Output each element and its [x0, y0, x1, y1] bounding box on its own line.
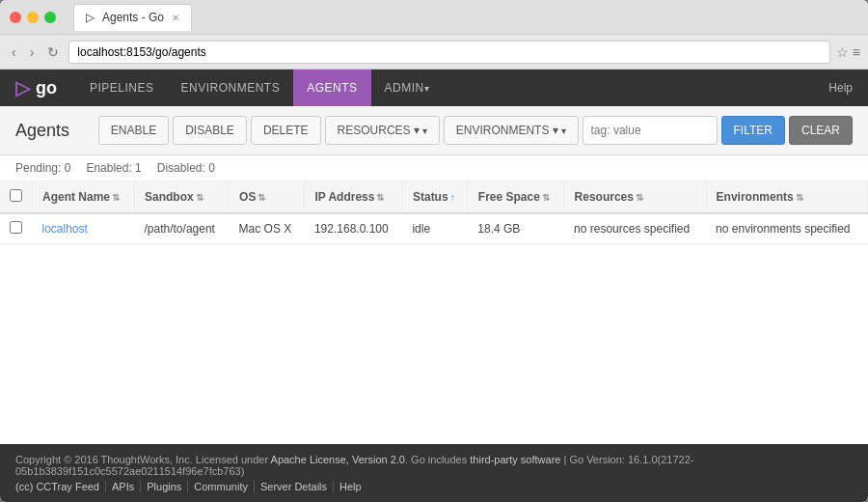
- agents-table-container: Agent Name⇅ Sandbox⇅ OS⇅ IP Address⇅ Sta: [0, 181, 868, 444]
- back-button[interactable]: ‹: [8, 42, 20, 62]
- nav-item-environments[interactable]: ENVIRONMENTS: [168, 70, 294, 106]
- col-free-space[interactable]: Free Space⇅: [468, 181, 564, 213]
- agent-name-link[interactable]: localhost: [42, 222, 88, 236]
- cell-os: Mac OS X: [230, 213, 305, 244]
- license-link[interactable]: Apache License, Version 2.0: [271, 454, 405, 465]
- close-button[interactable]: [10, 12, 21, 23]
- table-header-row: Agent Name⇅ Sandbox⇅ OS⇅ IP Address⇅ Sta: [0, 181, 868, 213]
- footer-links: (cc) CCTray FeedAPIsPluginsCommunityServ…: [15, 481, 853, 492]
- nav-items: PIPELINES ENVIRONMENTS AGENTS ADMIN: [76, 70, 828, 106]
- fullscreen-button[interactable]: [44, 12, 56, 23]
- reload-button[interactable]: ↻: [43, 42, 63, 62]
- agents-table: Agent Name⇅ Sandbox⇅ OS⇅ IP Address⇅ Sta: [0, 181, 868, 244]
- col-os[interactable]: OS⇅: [230, 181, 305, 213]
- nav-item-admin[interactable]: ADMIN: [371, 70, 444, 106]
- logo: ▷ go: [15, 76, 57, 99]
- nav-item-agents[interactable]: AGENTS: [293, 70, 370, 106]
- browser-nav: ‹ › ↻ ☆ ≡: [0, 35, 868, 70]
- cell-environments: no environments specified: [706, 213, 867, 244]
- footer-link-anchor-apis[interactable]: APIs: [112, 481, 134, 492]
- tab-close-icon[interactable]: ✕: [172, 13, 179, 23]
- third-party-link[interactable]: third-party software: [470, 454, 560, 465]
- browser-tab[interactable]: ▷ Agents - Go ✕: [73, 4, 192, 31]
- filter-button[interactable]: FILTER: [721, 116, 785, 145]
- col-environments[interactable]: Environments⇅: [706, 181, 867, 213]
- footer-link-apis: APIs: [106, 481, 141, 492]
- toolbar: ENABLE DISABLE DELETE RESOURCES ▾ ENVIRO…: [98, 116, 853, 145]
- footer-link-anchor-help[interactable]: Help: [339, 481, 362, 492]
- top-nav: ▷ go PIPELINES ENVIRONMENTS AGENTS ADMIN…: [0, 70, 868, 106]
- logo-text: go: [36, 78, 57, 98]
- environments-button[interactable]: ENVIRONMENTS ▾: [444, 116, 579, 145]
- app-body: ▷ go PIPELINES ENVIRONMENTS AGENTS ADMIN…: [0, 70, 868, 502]
- page-title: Agents: [15, 121, 69, 141]
- cell-resources: no resources specified: [564, 213, 706, 244]
- minimize-button[interactable]: [27, 12, 39, 23]
- col-ip-address[interactable]: IP Address⇅: [305, 181, 403, 213]
- row-checkbox-cell: [0, 213, 33, 244]
- footer-link-anchor-server-details[interactable]: Server Details: [260, 481, 327, 492]
- app-footer: Copyright © 2016 ThoughtWorks, Inc. Lice…: [0, 444, 868, 502]
- select-all-header: [0, 181, 33, 213]
- footer-link-help: Help: [334, 481, 367, 492]
- nav-right: ☆ ≡: [836, 44, 860, 60]
- footer-link-cctray: (cc) CCTray Feed: [15, 481, 106, 492]
- enable-button[interactable]: ENABLE: [98, 116, 169, 145]
- footer-link-anchor-plugins[interactable]: Plugins: [147, 481, 181, 492]
- tab-favicon: ▷: [86, 11, 95, 24]
- address-bar[interactable]: [68, 41, 829, 64]
- footer-copyright: Copyright © 2016 ThoughtWorks, Inc. Lice…: [15, 454, 853, 477]
- col-sandbox[interactable]: Sandbox⇅: [135, 181, 230, 213]
- table-row: localhost /path/to/agent Mac OS X 192.16…: [0, 213, 868, 244]
- delete-button[interactable]: DELETE: [251, 116, 321, 145]
- col-agent-name[interactable]: Agent Name⇅: [33, 181, 135, 213]
- browser-titlebar: ▷ Agents - Go ✕: [0, 0, 868, 35]
- pending-count: Pending: 0: [15, 161, 70, 175]
- resources-button[interactable]: RESOURCES ▾: [325, 116, 440, 145]
- cell-sandbox: /path/to/agent: [135, 213, 230, 244]
- status-bar: Pending: 0 Enabled: 1 Disabled: 0: [0, 155, 868, 181]
- disable-button[interactable]: DISABLE: [173, 116, 247, 145]
- tab-title: Agents - Go: [102, 11, 164, 24]
- filter-input[interactable]: [583, 116, 718, 145]
- logo-icon: ▷: [15, 76, 30, 99]
- forward-button[interactable]: ›: [26, 42, 39, 62]
- traffic-lights: [10, 12, 56, 23]
- footer-link-anchor-community[interactable]: Community: [194, 481, 248, 492]
- clear-button[interactable]: CLEAR: [789, 116, 853, 145]
- select-all-checkbox[interactable]: [10, 189, 22, 202]
- browser-tab-bar: ▷ Agents - Go ✕: [73, 4, 858, 31]
- nav-help[interactable]: Help: [828, 81, 853, 95]
- footer-link-anchor-cctray[interactable]: (cc) CCTray Feed: [15, 481, 99, 492]
- cell-free-space: 18.4 GB: [468, 213, 564, 244]
- enabled-count: Enabled: 1: [86, 161, 141, 175]
- menu-button[interactable]: ≡: [853, 44, 860, 60]
- cell-agent-name: localhost: [33, 213, 135, 244]
- footer-link-community: Community: [188, 481, 255, 492]
- row-checkbox[interactable]: [10, 221, 22, 234]
- cell-ip: 192.168.0.100: [305, 213, 403, 244]
- page-header: Agents ENABLE DISABLE DELETE RESOURCES ▾…: [0, 106, 868, 155]
- footer-link-server-details: Server Details: [255, 481, 334, 492]
- bookmark-button[interactable]: ☆: [836, 44, 849, 60]
- cell-status: idle: [402, 213, 468, 244]
- col-resources[interactable]: Resources⇅: [564, 181, 706, 213]
- browser-window: ▷ Agents - Go ✕ ‹ › ↻ ☆ ≡ ▷ go PIPELINES…: [0, 0, 868, 502]
- disabled-count: Disabled: 0: [157, 161, 215, 175]
- nav-item-pipelines[interactable]: PIPELINES: [76, 70, 168, 106]
- col-status[interactable]: Status↑: [402, 181, 468, 213]
- footer-link-plugins: Plugins: [141, 481, 188, 492]
